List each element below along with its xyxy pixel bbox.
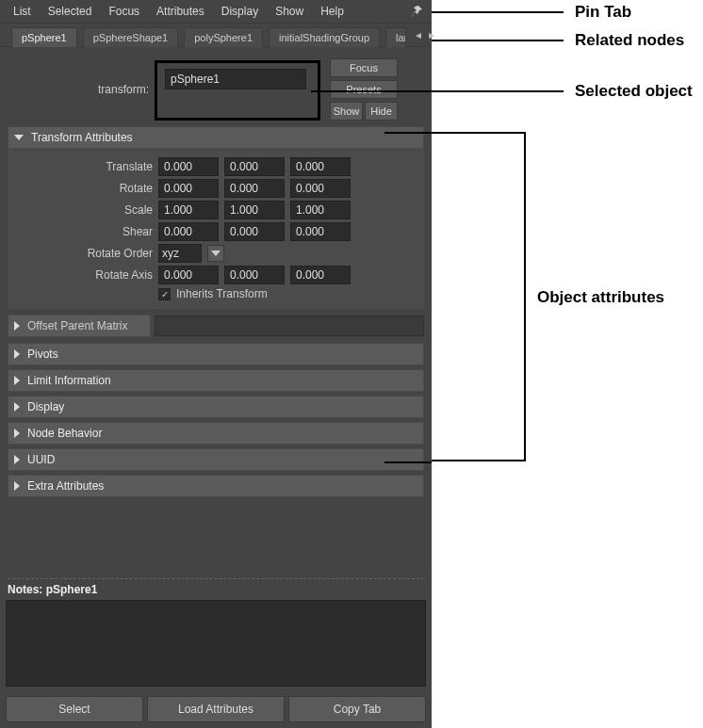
tabs-scroll-left[interactable]: ◂	[412, 26, 425, 43]
section-header-node-behavior[interactable]: Node Behavior	[8, 422, 424, 445]
footer: Select Load Attributes Copy Tab	[0, 692, 432, 728]
shear-label: Shear	[11, 225, 153, 238]
section-header-transform[interactable]: Transform Attributes	[8, 126, 424, 149]
menubar: List Selected Focus Attributes Display S…	[0, 0, 432, 23]
notes-label: Notes:	[8, 583, 42, 596]
copy-tab-button[interactable]: Copy Tab	[288, 696, 426, 722]
presets-button[interactable]: Presets	[330, 80, 398, 99]
translate-row: Translate	[11, 157, 420, 176]
menu-display[interactable]: Display	[214, 2, 266, 21]
chevron-right-icon	[14, 376, 20, 385]
tab-lambert1[interactable]: lambert1	[385, 27, 406, 47]
section-limit-information: Limit Information	[8, 369, 424, 392]
inherits-transform-checkbox[interactable]: ✓	[158, 288, 171, 300]
rotate-axis-x[interactable]	[158, 266, 219, 284]
section-header-uuid[interactable]: UUID	[8, 448, 424, 471]
annotation-line	[432, 11, 564, 13]
notes-label-row: Notes: pSphere1	[8, 578, 424, 600]
tab-psphereshape1[interactable]: pSphereShape1	[83, 27, 179, 47]
chevron-right-icon	[14, 402, 20, 412]
focus-button[interactable]: Focus	[330, 58, 398, 77]
translate-z[interactable]	[290, 157, 351, 176]
chevron-right-icon	[14, 429, 20, 438]
rotate-axis-y[interactable]	[224, 266, 285, 284]
menu-help[interactable]: Help	[313, 2, 352, 21]
tab-polysphere1[interactable]: polySphere1	[184, 27, 263, 47]
shear-z[interactable]	[290, 222, 351, 241]
annotation-line	[432, 40, 564, 41]
rotate-order-value[interactable]: xyz	[158, 244, 202, 263]
scale-z[interactable]	[290, 201, 351, 219]
notes-target: pSphere1	[46, 583, 98, 596]
chevron-right-icon	[14, 349, 20, 359]
shear-x[interactable]	[158, 222, 219, 241]
rotate-y[interactable]	[224, 179, 285, 198]
section-title: Extra Attributes	[27, 479, 104, 493]
scale-y[interactable]	[224, 201, 285, 219]
pin-tab-button[interactable]	[411, 5, 426, 18]
chevron-right-icon	[14, 481, 20, 491]
hide-button[interactable]: Hide	[365, 102, 398, 121]
annotation-selected-object: Selected object	[575, 82, 693, 101]
offset-parent-matrix-header[interactable]: Offset Parent Matrix	[8, 315, 151, 337]
inherits-row: ✓ Inherits Transform	[11, 287, 420, 300]
menu-list[interactable]: List	[6, 2, 39, 21]
annotation-object-attributes: Object attributes	[537, 288, 664, 307]
chevron-right-icon	[14, 455, 20, 464]
shear-row: Shear	[11, 222, 420, 241]
related-nodes-tabs: pSphere1 pSphereShape1 polySphere1 initi…	[0, 23, 432, 47]
section-header-pivots[interactable]: Pivots	[8, 343, 424, 365]
section-title: Pivots	[27, 348, 58, 361]
show-button[interactable]: Show	[330, 102, 363, 121]
offset-parent-matrix-label: Offset Parent Matrix	[27, 319, 127, 332]
offset-parent-matrix-field[interactable]	[155, 315, 424, 336]
section-header-display[interactable]: Display	[8, 396, 424, 418]
tab-psphere1[interactable]: pSphere1	[11, 27, 77, 47]
rotate-order-dropdown[interactable]	[207, 245, 224, 262]
section-node-behavior: Node Behavior	[8, 422, 424, 445]
rotate-z[interactable]	[290, 179, 351, 198]
rotate-axis-z[interactable]	[290, 266, 351, 284]
chevron-down-icon	[14, 135, 24, 140]
annotation-line	[384, 461, 432, 463]
rotate-axis-row: Rotate Axis	[11, 266, 420, 284]
rotate-x[interactable]	[158, 179, 219, 198]
translate-y[interactable]	[224, 157, 285, 176]
menu-show[interactable]: Show	[268, 2, 311, 21]
rotate-label: Rotate	[11, 182, 153, 195]
offset-parent-matrix-row: Offset Parent Matrix	[8, 315, 424, 337]
section-pivots: Pivots	[8, 343, 424, 365]
annotation-line	[384, 132, 432, 134]
menu-attributes[interactable]: Attributes	[149, 2, 212, 21]
section-header-extra-attributes[interactable]: Extra Attributes	[8, 475, 424, 497]
select-button[interactable]: Select	[6, 696, 143, 722]
annotation-related-nodes: Related nodes	[575, 31, 684, 50]
annotation-pin-tab: Pin Tab	[575, 3, 631, 22]
rotate-row: Rotate	[11, 179, 420, 198]
section-header-limit-information[interactable]: Limit Information	[8, 369, 424, 392]
annotation-line	[311, 90, 564, 92]
menu-focus[interactable]: Focus	[101, 2, 147, 21]
notes-textarea[interactable]	[6, 600, 426, 687]
chevron-right-icon	[14, 321, 20, 331]
section-title: Transform Attributes	[31, 131, 133, 144]
tab-initialshadinggroup[interactable]: initialShadingGroup	[269, 27, 380, 47]
section-uuid: UUID	[8, 448, 424, 471]
shear-y[interactable]	[224, 222, 285, 241]
section-title: UUID	[27, 453, 55, 466]
section-transform-attributes: Transform Attributes Translate Rotate Sc…	[8, 126, 424, 309]
scale-row: Scale	[11, 201, 420, 219]
section-display: Display	[8, 396, 424, 418]
rotate-order-label: Rotate Order	[11, 247, 153, 260]
menu-selected[interactable]: Selected	[41, 2, 100, 21]
rotate-order-row: Rotate Order xyz	[11, 244, 420, 263]
section-extra-attributes: Extra Attributes	[8, 475, 424, 497]
node-name-input[interactable]	[165, 69, 306, 89]
scale-x[interactable]	[158, 201, 219, 219]
translate-x[interactable]	[158, 157, 219, 176]
translate-label: Translate	[11, 160, 153, 173]
scale-label: Scale	[11, 203, 153, 217]
load-attributes-button[interactable]: Load Attributes	[147, 696, 285, 722]
node-type-label: transform:	[8, 53, 149, 121]
annotation-bracket	[432, 132, 526, 461]
